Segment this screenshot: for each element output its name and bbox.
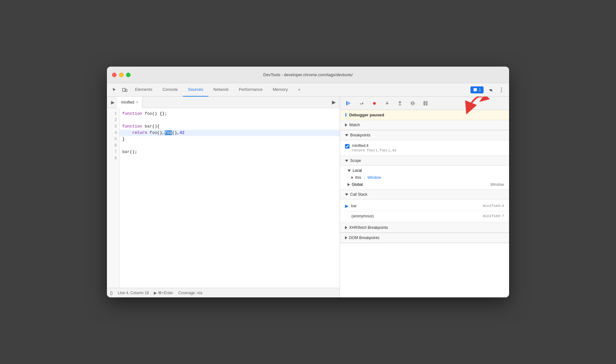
breakpoint-code: return foo(),foo(),42 <box>352 149 504 152</box>
scope-content: Local this : Window Global <box>340 166 509 189</box>
settings-icon[interactable] <box>485 85 495 95</box>
window-title: DevTools - developer.chrome.com/tags/dev… <box>263 72 353 77</box>
file-tab-close-button[interactable]: × <box>136 100 138 105</box>
svg-rect-6 <box>346 101 347 105</box>
panel-expand-icon[interactable]: ▶ <box>108 98 117 107</box>
breakpoints-section: Breakpoints minified:4 return foo(),foo(… <box>340 130 509 156</box>
local-collapse-icon <box>348 170 351 172</box>
callstack-name-anonymous: (anonymous) <box>345 214 480 218</box>
deactivate-breakpoints-button[interactable] <box>408 98 418 108</box>
devtools-container: Elements Console Sources Network Perform… <box>107 83 509 297</box>
line-num-6: 6 <box>107 142 119 149</box>
right-panel: ● <box>340 97 509 297</box>
breakpoints-header[interactable]: Breakpoints <box>340 130 509 140</box>
tab-console[interactable]: Console <box>157 83 183 97</box>
line-num-2: 2 <box>107 117 119 123</box>
svg-rect-13 <box>424 101 425 105</box>
scope-this-item: this : Window <box>340 174 509 181</box>
coverage-status: Coverage: n/a <box>178 291 202 295</box>
device-toggle-icon[interactable] <box>120 85 130 95</box>
code-line-6 <box>120 142 340 149</box>
code-line-2 <box>120 117 340 123</box>
close-button[interactable] <box>112 73 116 77</box>
current-frame-arrow: ▶ <box>345 203 349 208</box>
tab-performance[interactable]: Performance <box>234 83 267 97</box>
code-line-8 <box>120 155 340 162</box>
dom-section: DOM Breakpoints <box>340 233 509 243</box>
message-badge-button[interactable]: 1 <box>470 86 484 93</box>
step-into-button[interactable] <box>382 98 392 108</box>
callstack-item-anonymous[interactable]: (anonymous) minified:7 <box>340 211 509 221</box>
svg-point-4 <box>501 91 502 92</box>
callstack-header[interactable]: Call Stack <box>340 190 509 200</box>
tab-elements[interactable]: Elements <box>130 83 157 97</box>
svg-point-3 <box>501 89 502 90</box>
step-out-button[interactable] <box>395 98 405 108</box>
debugger-paused-banner: ℹ Debugger paused <box>340 110 509 120</box>
svg-marker-5 <box>348 101 351 105</box>
line-num-4: 4 <box>107 130 119 136</box>
breakpoint-details: minified:4 return foo(),foo(),42 <box>352 143 504 152</box>
line-column-status: Line 4, Column 18 <box>118 291 149 295</box>
debug-panel: ℹ Debugger paused Watch <box>340 110 509 297</box>
xhr-section: XHR/fetch Breakpoints <box>340 223 509 233</box>
line-num-1: 1 <box>107 111 119 117</box>
watch-collapse-icon <box>345 123 347 127</box>
maximize-button[interactable] <box>126 73 131 77</box>
tab-sources[interactable]: Sources <box>183 83 208 97</box>
callstack-name-bar: bar <box>351 204 480 208</box>
format-icon[interactable]: {} <box>110 291 113 295</box>
tab-network[interactable]: Network <box>208 83 234 97</box>
minimize-button[interactable] <box>119 73 124 77</box>
tab-more[interactable]: » <box>293 83 305 97</box>
watch-header[interactable]: Watch <box>340 120 509 130</box>
devtools-window: DevTools - developer.chrome.com/tags/dev… <box>107 67 509 297</box>
debug-toolbar-container: ● <box>340 97 509 110</box>
traffic-lights <box>112 73 131 77</box>
code-content[interactable]: function foo() {}; function bar(){ retur… <box>120 108 340 288</box>
step-over-button[interactable] <box>357 98 367 108</box>
svg-rect-14 <box>426 101 427 105</box>
breakpoint-dot: ● <box>369 98 379 108</box>
xhr-collapse-icon <box>345 226 347 229</box>
svg-rect-1 <box>125 89 127 91</box>
pause-on-exceptions-button[interactable] <box>420 98 431 108</box>
left-panel: ▶ minified × ▶ 1 2 3 4 5 6 <box>107 97 340 297</box>
titlebar: DevTools - developer.chrome.com/tags/dev… <box>107 67 509 83</box>
breakpoint-item: minified:4 return foo(),foo(),42 <box>340 142 509 154</box>
scope-header[interactable]: Scope <box>340 156 509 166</box>
code-editor[interactable]: 1 2 3 4 5 6 7 8 function foo() {}; funct… <box>107 108 340 288</box>
file-tabs: ▶ minified × ▶ <box>107 97 340 108</box>
scope-local-header[interactable]: Local <box>340 167 509 174</box>
code-line-3: function bar(){ <box>120 123 340 130</box>
svg-rect-0 <box>123 88 125 91</box>
resume-button[interactable] <box>344 98 354 108</box>
xhr-header[interactable]: XHR/fetch Breakpoints <box>340 223 509 233</box>
run-snippet-button[interactable]: ▶ <box>329 98 338 107</box>
local-label: Local <box>353 168 362 173</box>
status-bar: {} Line 4, Column 18 ▶ ⌘+Enter Coverage:… <box>107 288 340 297</box>
code-line-1: function foo() {}; <box>120 111 340 117</box>
breakpoint-checkbox[interactable] <box>345 144 349 149</box>
more-options-icon[interactable] <box>496 85 507 95</box>
cursor-icon[interactable] <box>109 85 120 95</box>
scope-key-this: this <box>355 175 361 180</box>
code-line-5: } <box>120 136 340 142</box>
scope-global-item[interactable]: Global Window <box>340 181 509 188</box>
this-expand-icon[interactable] <box>351 176 353 179</box>
code-line-4: return foo(),foo(),42 <box>120 130 340 136</box>
line-num-7: 7 <box>107 149 119 155</box>
scope-section: Scope Local this : Window <box>340 156 509 190</box>
callstack-content: ▶ bar minified:4 (anonymous) minified:7 <box>340 200 509 222</box>
debugger-paused-text: Debugger paused <box>349 113 384 117</box>
line-numbers: 1 2 3 4 5 6 7 8 <box>107 108 120 288</box>
tab-memory[interactable]: Memory <box>268 83 293 97</box>
svg-point-2 <box>501 87 502 88</box>
line-num-3: 3 <box>107 123 119 130</box>
breakpoint-location: minified:4 <box>352 143 504 148</box>
file-tab-minified[interactable]: minified × <box>117 97 142 108</box>
dom-header[interactable]: DOM Breakpoints <box>340 233 509 243</box>
callstack-item-bar[interactable]: ▶ bar minified:4 <box>340 201 509 211</box>
info-icon: ℹ <box>345 113 347 117</box>
run-status: ▶ ⌘+Enter <box>154 291 173 295</box>
